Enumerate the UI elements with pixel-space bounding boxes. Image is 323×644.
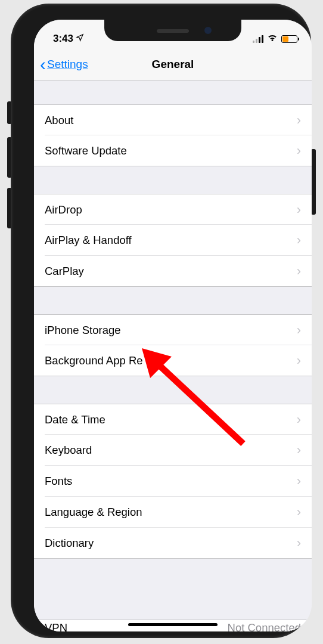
settings-list[interactable]: About › Software Update › AirDrop › AirP… [34,80,312,631]
row-label: About [45,114,297,127]
airplay-handoff-row[interactable]: AirPlay & Handoff › [34,225,312,256]
wifi-icon [267,33,278,44]
chevron-right-icon: › [297,442,301,458]
row-label: Software Update [45,144,297,157]
carplay-row[interactable]: CarPlay › [34,256,312,287]
volume-up-button [7,137,12,178]
chevron-right-icon: › [297,412,301,428]
notch [104,20,241,41]
page-title: General [152,58,194,71]
date-time-row[interactable]: Date & Time › [34,404,312,435]
chevron-right-icon: › [297,473,301,489]
background-app-refresh-row[interactable]: Background App Re › [34,345,312,376]
chevron-right-icon: › [297,323,301,338]
row-label: Background App Re [45,354,297,367]
chevron-left-icon: ‹ [40,55,46,73]
chevron-right-icon: › [297,264,301,279]
software-update-row[interactable]: Software Update › [34,135,312,166]
row-label: Fonts [45,475,297,488]
chevron-right-icon: › [297,202,301,218]
row-label: CarPlay [45,265,297,278]
screen: 3:43 ‹ Settings General [34,20,312,631]
about-row[interactable]: About › [34,104,312,135]
cellular-signal-icon [253,35,263,43]
row-label: AirPlay & Handoff [45,234,297,247]
chevron-right-icon: › [297,143,301,159]
mute-switch [7,101,12,124]
row-label: AirDrop [45,203,297,216]
volume-down-button [7,188,12,228]
row-label: Keyboard [45,444,297,457]
chevron-right-icon: › [297,233,301,248]
row-label: Date & Time [45,413,297,426]
home-indicator[interactable] [128,623,218,626]
back-button[interactable]: ‹ Settings [34,55,88,73]
status-time: 3:43 [53,33,73,45]
chevron-right-icon: › [297,535,301,551]
language-region-row[interactable]: Language & Region › [34,497,312,528]
dictionary-row[interactable]: Dictionary › [34,528,312,559]
row-label: Language & Region [45,506,297,519]
back-label: Settings [47,58,88,71]
row-value: Not Connected [228,621,301,631]
fonts-row[interactable]: Fonts › [34,466,312,497]
chevron-right-icon: › [297,353,301,369]
power-button [311,149,316,215]
iphone-storage-row[interactable]: iPhone Storage › [34,314,312,345]
chevron-right-icon: › [297,504,301,520]
keyboard-row[interactable]: Keyboard › [34,435,312,466]
nav-bar: ‹ Settings General [34,48,312,80]
row-label: Dictionary [45,537,297,550]
airdrop-row[interactable]: AirDrop › [34,194,312,225]
chevron-right-icon: › [297,113,301,128]
phone-frame: 3:43 ‹ Settings General [12,5,310,637]
battery-icon [281,35,297,43]
row-label: iPhone Storage [45,324,297,337]
location-arrow-icon [76,33,84,45]
